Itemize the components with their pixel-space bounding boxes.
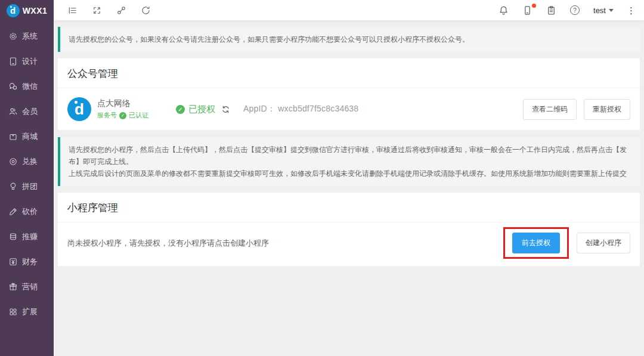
gear-icon bbox=[8, 32, 18, 41]
user-name: test bbox=[593, 6, 606, 15]
sidebar-item-exchange[interactable]: 兑换 bbox=[0, 149, 54, 174]
account-type: 服务号 bbox=[97, 111, 117, 120]
verified-check-icon: ✓ bbox=[119, 112, 126, 119]
refresh-icon[interactable] bbox=[140, 5, 151, 16]
sidebar-item-label: 商城 bbox=[22, 131, 38, 142]
official-account-notice: 请先授权您的公众号，如果没有公众号请先注册公众号，如果只需要小程序功能不想要公众… bbox=[58, 27, 640, 52]
clipboard-icon[interactable] bbox=[546, 5, 556, 16]
more-options-icon[interactable]: ⋮ bbox=[627, 6, 636, 15]
design-icon bbox=[8, 57, 18, 66]
sidebar-item-bargain[interactable]: 砍价 bbox=[0, 199, 54, 224]
reauthorize-button[interactable]: 重新授权 bbox=[584, 99, 630, 120]
fullscreen-icon[interactable] bbox=[91, 5, 102, 16]
sidebar-item-label: 设计 bbox=[22, 56, 38, 67]
member-icon bbox=[8, 107, 18, 116]
sidebar: d WXX1 系统 设计 微信 会员 商城 bbox=[0, 0, 54, 356]
bargain-icon bbox=[8, 207, 18, 216]
sidebar-item-finance[interactable]: 财务 bbox=[0, 249, 54, 274]
sidebar-item-marketing[interactable]: 营销 bbox=[0, 274, 54, 299]
mall-icon bbox=[8, 132, 18, 141]
help-icon[interactable]: ? bbox=[569, 5, 580, 16]
sidebar-item-label: 拼团 bbox=[22, 181, 38, 192]
authorized-check-icon: ✓ bbox=[176, 105, 185, 114]
commission-icon bbox=[8, 232, 18, 242]
official-account-panel: 公众号管理 d 点大网络 服务号 ✓ 已认证 bbox=[58, 58, 640, 130]
sidebar-item-label: 推赚 bbox=[22, 231, 38, 242]
notice-line-2: 上线完成后设计的页面及菜单的修改都不需要重新提交审核即可生效，如修改后手机端未变… bbox=[69, 168, 631, 179]
create-miniprogram-button[interactable]: 创建小程序 bbox=[577, 233, 630, 253]
app-window: d WXX1 系统 设计 微信 会员 商城 bbox=[0, 0, 644, 356]
sidebar-item-design[interactable]: 设计 bbox=[0, 49, 54, 74]
highlight-box: 前去授权 bbox=[503, 227, 569, 259]
logo-dot bbox=[10, 6, 12, 8]
sidebar-item-label: 微信 bbox=[22, 81, 38, 92]
sidebar-item-label: 营销 bbox=[22, 281, 38, 292]
miniprogram-panel: 小程序管理 尚未授权小程序，请先授权，没有小程序请点击创建小程序 前去授权 创建… bbox=[58, 193, 640, 266]
refresh-auth-icon[interactable] bbox=[221, 105, 230, 114]
groupbuy-icon bbox=[8, 182, 18, 191]
user-dropdown[interactable]: test bbox=[593, 6, 614, 15]
sidebar-item-label: 系统 bbox=[22, 31, 38, 42]
extend-icon bbox=[8, 307, 18, 317]
content-area: 请先授权您的公众号，如果没有公众号请先注册公众号，如果只需要小程序功能不想要公众… bbox=[54, 21, 644, 356]
wechat-icon bbox=[8, 82, 18, 91]
sidebar-nav: 系统 设计 微信 会员 商城 兑换 bbox=[0, 21, 54, 324]
mobile-icon[interactable] bbox=[522, 5, 532, 16]
marketing-icon bbox=[8, 282, 18, 292]
sidebar-item-label: 财务 bbox=[22, 256, 38, 267]
account-name: 点大网络 bbox=[97, 98, 148, 109]
exchange-icon bbox=[8, 157, 18, 166]
miniprogram-notice: 请先授权您的小程序，然后点击【上传代码】，然后点击【提交审核】提交到微信官方进行… bbox=[58, 137, 640, 186]
app-title: WXX1 bbox=[23, 6, 48, 16]
miniprogram-hint: 尚未授权小程序，请先授权，没有小程序请点击创建小程序 bbox=[67, 238, 269, 249]
app-logo[interactable]: d WXX1 bbox=[0, 0, 54, 21]
sidebar-item-commission[interactable]: 推赚 bbox=[0, 224, 54, 249]
link-icon[interactable] bbox=[116, 5, 126, 16]
sidebar-item-label: 扩展 bbox=[22, 307, 38, 317]
sidebar-item-groupbuy[interactable]: 拼团 bbox=[0, 174, 54, 199]
sidebar-item-system[interactable]: 系统 bbox=[0, 24, 54, 49]
appid-value: AppID： wxcb5df7f5c8c34638 bbox=[243, 104, 358, 114]
topbar: ? test ⋮ bbox=[54, 0, 644, 21]
sidebar-item-label: 兑换 bbox=[22, 156, 38, 167]
sidebar-item-mall[interactable]: 商城 bbox=[0, 124, 54, 149]
sidebar-item-wechat[interactable]: 微信 bbox=[0, 74, 54, 99]
notification-dot bbox=[532, 4, 536, 8]
notice-line-1: 请先授权您的小程序，然后点击【上传代码】，然后点击【提交审核】提交到微信官方进行… bbox=[69, 144, 631, 168]
authorized-label: 已授权 bbox=[188, 104, 215, 115]
avatar-dot bbox=[75, 101, 78, 104]
finance-icon bbox=[8, 257, 18, 267]
brand-logo-icon: d bbox=[7, 4, 20, 17]
bell-icon[interactable] bbox=[498, 5, 509, 16]
panel-title: 公众号管理 bbox=[58, 58, 640, 88]
chevron-down-icon bbox=[609, 9, 614, 12]
notice-text: 请先授权您的公众号，如果没有公众号请先注册公众号，如果只需要小程序功能不想要公众… bbox=[69, 35, 469, 44]
collapse-menu-icon[interactable] bbox=[67, 5, 78, 16]
view-qrcode-button[interactable]: 查看二维码 bbox=[523, 99, 577, 120]
panel-title: 小程序管理 bbox=[58, 193, 640, 222]
account-avatar: d bbox=[67, 97, 91, 121]
sidebar-item-extend[interactable]: 扩展 bbox=[0, 299, 54, 324]
verified-label: 已认证 bbox=[129, 111, 148, 120]
go-authorize-button[interactable]: 前去授权 bbox=[512, 233, 560, 253]
sidebar-item-label: 砍价 bbox=[22, 206, 38, 217]
sidebar-item-label: 会员 bbox=[22, 106, 38, 117]
sidebar-item-member[interactable]: 会员 bbox=[0, 99, 54, 124]
